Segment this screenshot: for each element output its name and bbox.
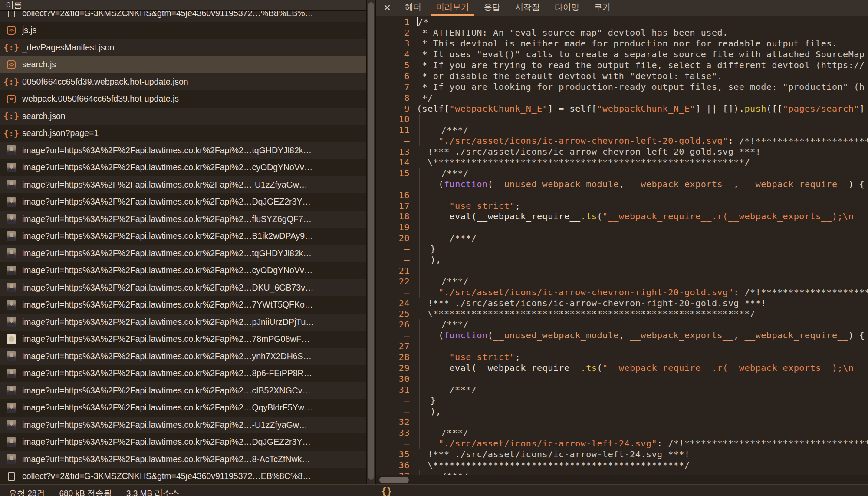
vertical-scrollbar[interactable] [366,0,376,484]
horizontal-scrollbar-thumb[interactable] [379,477,409,483]
request-row[interactable]: image?url=https%3A%2F%2Fapi.lawtimes.co.… [0,193,366,211]
code-line: 18eval(__webpack_require__.ts("__webpack… [376,211,868,222]
line-number[interactable]: 17 [381,201,410,211]
pretty-print-button[interactable]: {} [381,486,392,496]
tab-initiator[interactable]: 시작점 [510,0,545,16]
line-number[interactable]: 16 [381,190,410,200]
line-number[interactable]: 25 [381,308,410,319]
line-number[interactable]: 32 [381,417,410,427]
line-number[interactable]: – [381,255,410,265]
line-number[interactable]: 19 [381,222,410,232]
request-row[interactable]: image?url=https%3A%2F%2Fapi.lawtimes.co.… [0,365,366,382]
line-number[interactable]: 30 [381,374,410,384]
request-row[interactable]: image?url=https%3A%2F%2Fapi.lawtimes.co.… [0,211,366,228]
horizontal-scrollbar[interactable] [376,475,868,484]
line-number[interactable]: 7 [381,82,410,92]
line-number[interactable]: 6 [381,71,410,81]
image-thumbnail-icon [7,145,16,155]
line-number[interactable]: 5 [381,60,410,70]
code-line-content [417,189,868,200]
line-number[interactable]: 26 [381,319,410,330]
preview-code-viewer[interactable]: 1/*2 * ATTENTION: An "eval-source-map" d… [376,17,868,475]
line-number[interactable]: 8 [381,93,410,103]
line-number[interactable]: 28 [381,352,410,362]
code-line-content: "./src/asset/icons/ic-arrow-chevron-left… [417,136,868,146]
line-number[interactable]: – [381,244,410,254]
request-row[interactable]: collect?v=2&tid=G-3KMSZCNKHS&gtm=45je436… [0,468,366,484]
request-row[interactable]: <>webpack.0050f664cc65fd39.hot-update.js [0,90,366,108]
request-row[interactable]: image?url=https%3A%2F%2Fapi.lawtimes.co.… [0,176,366,194]
line-number[interactable]: 14 [381,157,410,168]
line-number[interactable]: 2 [381,27,410,38]
line-number[interactable]: 31 [381,384,410,395]
tab-timing[interactable]: 타이밍 [549,0,585,16]
request-row[interactable]: image?url=https%3A%2F%2Fapi.lawtimes.co.… [0,245,366,262]
line-number[interactable]: 33 [381,427,410,438]
line-number[interactable]: 18 [381,211,410,222]
line-number[interactable]: 11 [381,125,410,135]
tab-preview[interactable]: 미리보기 [431,0,474,16]
request-row[interactable]: <>search.js [0,56,366,73]
line-number[interactable]: 21 [381,265,410,276]
code-line-content: "use strict"; [417,352,868,363]
name-column-header[interactable]: 이름 [0,0,366,11]
line-number[interactable]: 22 [381,276,410,287]
request-row[interactable]: image?url=https%3A%2F%2Fapi.lawtimes.co.… [0,296,366,314]
line-number[interactable]: 1 [381,17,410,27]
request-row[interactable]: image?url=https%3A%2F%2Fapi.lawtimes.co.… [0,417,366,434]
line-number[interactable]: 27 [381,341,410,351]
indent-guide [436,233,436,244]
vertical-scrollbar-thumb[interactable] [368,2,374,480]
tab-headers[interactable]: 헤더 [400,0,427,16]
request-row[interactable]: image?url=https%3A%2F%2Fapi.lawtimes.co.… [0,451,366,468]
request-row[interactable]: <>js.js [0,22,366,39]
request-row[interactable]: {:}_devPagesManifest.json [0,39,366,56]
request-row[interactable]: image?url=https%3A%2F%2Fapi.lawtimes.co.… [0,228,366,245]
indent-guide [419,319,420,330]
line-number[interactable]: 13 [381,146,410,157]
line-number[interactable]: 24 [381,298,410,308]
indent-guide [419,363,420,374]
line-number[interactable]: 29 [381,363,410,373]
tab-cookies[interactable]: 쿠키 [589,0,616,16]
line-number[interactable]: – [381,395,410,406]
code-line-content: eval(__webpack_require__.ts("__webpack_r… [417,211,868,222]
request-row[interactable]: image?url=https%3A%2F%2Fapi.lawtimes.co.… [0,331,366,348]
line-number[interactable]: – [381,330,410,341]
request-row[interactable]: image?url=https%3A%2F%2Fapi.lawtimes.co.… [0,399,366,417]
line-number[interactable]: 35 [381,449,410,460]
line-number[interactable]: 10 [381,114,410,124]
line-number[interactable]: – [381,136,410,146]
line-number[interactable]: 15 [381,168,410,179]
line-number[interactable]: 3 [381,38,410,49]
line-number[interactable]: 37 [381,471,410,475]
code-line-content: "./src/asset/icons/ic-arrow-left-24.svg"… [417,438,868,449]
line-number[interactable]: 4 [381,49,410,60]
tab-response[interactable]: 응답 [479,0,506,16]
request-name: image?url=https%3A%2F%2Fapi.lawtimes.co.… [22,351,312,361]
line-number[interactable]: 36 [381,460,410,470]
line-number[interactable]: – [381,406,410,417]
line-number[interactable]: – [381,287,410,298]
request-row[interactable]: {:}search.json [0,108,366,125]
image-thumbnail-icon [7,266,16,275]
request-row[interactable]: {:}0050f664cc65fd39.webpack.hot-update.j… [0,73,366,91]
request-row[interactable]: image?url=https%3A%2F%2Fapi.lawtimes.co.… [0,262,366,279]
request-row[interactable]: image?url=https%3A%2F%2Fapi.lawtimes.co.… [0,314,366,331]
request-row[interactable]: image?url=https%3A%2F%2Fapi.lawtimes.co.… [0,433,366,451]
request-row[interactable]: image?url=https%3A%2F%2Fapi.lawtimes.co.… [0,279,366,297]
name-column-label: 이름 [6,0,22,11]
request-row[interactable]: image?url=https%3A%2F%2Fapi.lawtimes.co.… [0,348,366,365]
line-number[interactable]: – [381,438,410,449]
indent-guide [419,330,420,341]
close-panel-button[interactable]: ✕ [379,0,395,16]
request-row[interactable]: image?url=https%3A%2F%2Fapi.lawtimes.co.… [0,382,366,400]
request-row[interactable]: {:}search.json?page=1 [0,125,366,142]
line-number[interactable]: 9 [381,103,410,114]
code-line-content: !*** ./src/asset/icons/ic-arrow-left-24.… [417,449,868,460]
line-number[interactable]: – [381,179,410,189]
line-number[interactable]: 20 [381,233,410,243]
request-row[interactable]: image?url=https%3A%2F%2Fapi.lawtimes.co.… [0,142,366,159]
code-line-content [417,222,868,233]
request-row[interactable]: image?url=https%3A%2F%2Fapi.lawtimes.co.… [0,159,366,176]
